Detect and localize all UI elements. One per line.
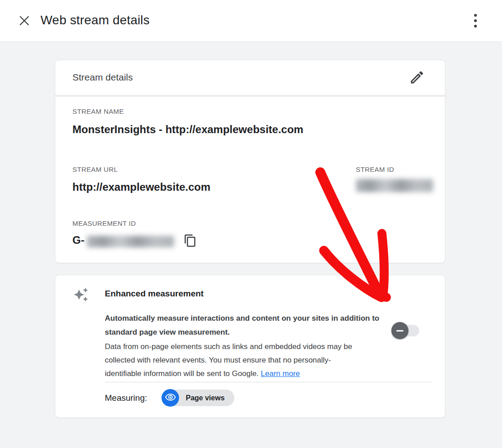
card-header-divider — [55, 95, 445, 97]
page-views-chip: Page views — [161, 389, 234, 407]
learn-more-link[interactable]: Learn more — [261, 369, 300, 378]
description-line-text: identifiable information will be sent to… — [105, 369, 259, 378]
stream-url-label: STREAM URL — [72, 166, 118, 173]
more-options-button[interactable] — [468, 13, 483, 29]
close-button[interactable] — [17, 14, 31, 28]
pencil-icon — [409, 69, 425, 87]
kebab-menu-icon — [474, 13, 477, 30]
toggle-minus-icon — [396, 330, 403, 332]
web-stream-details-panel: Web stream details Stream details STREAM… — [0, 0, 502, 448]
close-icon — [18, 14, 31, 28]
stream-url-value: http://examplewebsite.com — [72, 181, 211, 193]
chip-icon-circle — [161, 389, 179, 407]
chip-label: Page views — [186, 389, 224, 407]
stream-details-card: Stream details STREAM NAME MonsterInsigh… — [55, 60, 445, 263]
stream-id-label: STREAM ID — [356, 166, 394, 173]
sparkle-icon — [73, 287, 89, 304]
enhanced-measurement-toggle[interactable] — [394, 325, 419, 336]
stream-details-card-title: Stream details — [72, 72, 133, 83]
enhanced-measurement-card: Enhanced measurement Automatically measu… — [55, 275, 445, 418]
description-line: Data from on-page elements such as links… — [105, 340, 411, 354]
stream-name-label: STREAM NAME — [72, 108, 124, 115]
enhanced-measurement-description: Automatically measure interactions and c… — [105, 311, 411, 381]
page-title: Web stream details — [40, 13, 150, 27]
measurement-id-value-redacted — [87, 236, 174, 247]
measuring-divider — [105, 382, 432, 382]
measuring-label: Measuring: — [105, 393, 147, 403]
description-bold-line: Automatically measure interactions and c… — [105, 311, 411, 325]
enhanced-measurement-title: Enhanced measurement — [105, 289, 204, 299]
stream-name-value: MonsterInsights - http://examplewebsite.… — [72, 123, 303, 136]
toggle-thumb-off — [391, 322, 408, 339]
copy-icon — [184, 234, 197, 249]
description-line: identifiable information will be sent to… — [105, 367, 411, 381]
eye-icon — [165, 391, 176, 405]
copy-measurement-id-button[interactable] — [183, 233, 198, 249]
stream-id-value-redacted — [356, 179, 433, 192]
description-bold-line: standard page view measurement. — [105, 325, 411, 339]
edit-stream-button[interactable] — [408, 69, 426, 87]
topbar: Web stream details — [0, 0, 502, 42]
measurement-id-label: MEASUREMENT ID — [72, 220, 136, 227]
measurement-id-prefix: G- — [72, 234, 85, 246]
description-line: collected with relevant events. You must… — [105, 354, 411, 367]
